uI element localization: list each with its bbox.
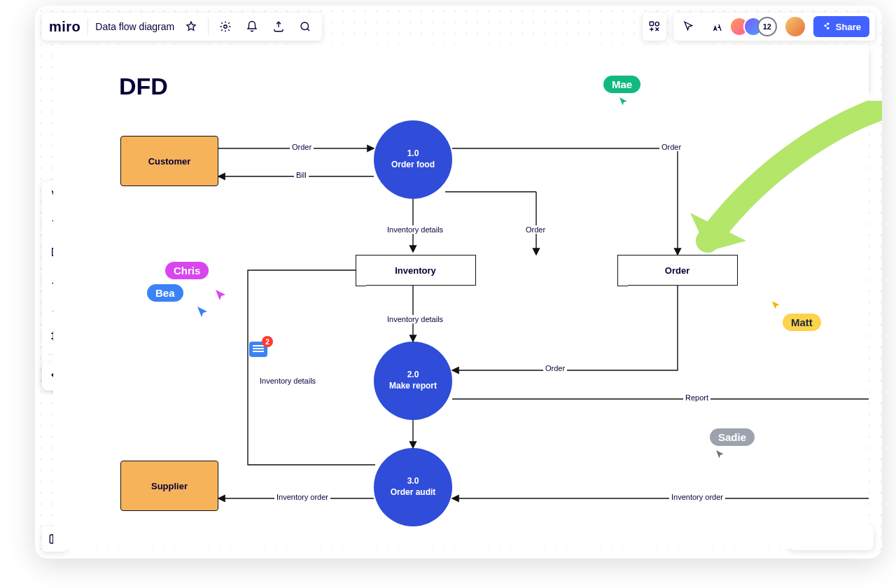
- top-bar: miro Data flow diagram: [42, 13, 322, 41]
- avatar-group[interactable]: 12: [735, 17, 777, 36]
- store-inventory[interactable]: Inventory: [356, 255, 476, 286]
- bell-icon[interactable]: [242, 17, 262, 36]
- presence-panel: 12 Share: [673, 13, 875, 41]
- comment-pin[interactable]: 2: [249, 342, 267, 357]
- flow-label: Inventory details: [385, 225, 445, 234]
- cursor-mae: Mae: [603, 76, 640, 108]
- share-button[interactable]: Share: [813, 16, 869, 37]
- svg-point-1: [301, 22, 309, 30]
- store-order[interactable]: Order: [617, 255, 738, 286]
- process-2[interactable]: 2.0 Make report: [374, 342, 452, 420]
- entity-customer[interactable]: Customer: [120, 136, 218, 186]
- divider: [208, 18, 209, 35]
- search-icon[interactable]: [295, 17, 315, 36]
- logo: miro: [49, 19, 80, 35]
- process-name: Order audit: [391, 487, 436, 498]
- settings-icon[interactable]: [216, 17, 235, 36]
- cursor-icon: [196, 305, 209, 318]
- freehand-arrow: [680, 101, 882, 262]
- reactions-icon[interactable]: [707, 17, 727, 36]
- process-3[interactable]: 3.0 Order audit: [374, 448, 452, 526]
- process-name: Make report: [389, 381, 437, 392]
- flow-label: Inventory order: [274, 493, 330, 501]
- process-num: 3.0: [407, 476, 419, 487]
- star-icon[interactable]: [181, 17, 201, 36]
- flow-label: Inventory order: [669, 493, 725, 501]
- cursor-sadie: Sadie: [710, 428, 755, 461]
- process-name: Order food: [391, 160, 435, 171]
- cursor-bea: Bea: [147, 284, 183, 302]
- avatar-me[interactable]: [785, 17, 805, 36]
- export-icon[interactable]: [269, 17, 288, 36]
- top-right: 12 Share: [643, 13, 875, 41]
- canvas[interactable]: DFD Customer Supplier 1.0 Order food 2.0…: [53, 45, 869, 549]
- apps-button[interactable]: [643, 13, 666, 41]
- svg-point-3: [655, 22, 659, 26]
- process-1[interactable]: 1.0 Order food: [374, 120, 452, 199]
- cursor-matt: Matt: [783, 300, 821, 331]
- flow-label: Inventory details: [385, 315, 445, 323]
- svg-rect-2: [650, 22, 653, 25]
- cursor-icon: [214, 288, 227, 301]
- divider: [88, 18, 88, 35]
- flow-label: Order: [524, 225, 547, 234]
- flow-label: Bill: [294, 171, 309, 179]
- entity-supplier[interactable]: Supplier: [120, 461, 218, 511]
- process-num: 1.0: [407, 148, 419, 160]
- flow-label: Report: [683, 393, 710, 402]
- diagram-title: DFD: [119, 73, 168, 100]
- flow-label: Order: [290, 143, 314, 151]
- share-label: Share: [836, 22, 861, 32]
- process-num: 2.0: [407, 370, 419, 381]
- flow-label: Order: [659, 143, 683, 151]
- participant-count: 12: [757, 17, 777, 36]
- flow-label: Inventory details: [258, 377, 318, 385]
- comment-count: 2: [262, 336, 273, 347]
- cursor-tool-icon[interactable]: [679, 17, 699, 36]
- board-name[interactable]: Data flow diagram: [95, 21, 174, 32]
- flow-label: Order: [543, 364, 567, 372]
- svg-point-0: [224, 25, 227, 29]
- cursor-chris: Chris: [165, 262, 209, 279]
